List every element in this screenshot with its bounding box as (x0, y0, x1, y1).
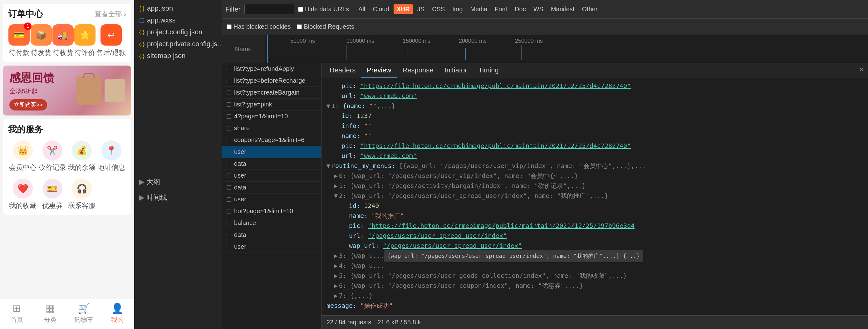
checkbox-data-2[interactable] (226, 185, 231, 190)
routine-2-pic-url[interactable]: "https://file.heton.cc/crmebimage/public… (368, 221, 634, 231)
routine-expand-icon[interactable]: ▼ (327, 161, 332, 171)
tab-initiator[interactable]: Initiator (439, 63, 472, 78)
network-item-4page[interactable]: 4?page=1&limit=10 (222, 111, 321, 122)
routine-2-expand-icon[interactable]: ▼ (334, 191, 339, 201)
network-item-data-2[interactable]: data (222, 182, 321, 193)
network-item-hot[interactable]: hot?page=1&limit=10 (222, 205, 321, 217)
routine-7-expand-icon[interactable]: ▶ (334, 291, 339, 301)
checkbox-user-4[interactable] (226, 245, 231, 249)
item1-pic-url[interactable]: "https://file.heton.cc/crmebimage/public… (360, 141, 631, 151)
routine-6-expand-icon[interactable]: ▶ (334, 280, 339, 291)
routine-5-expand-icon[interactable]: ▶ (334, 271, 339, 280)
service-member-center[interactable]: 👑 会员中心 (8, 141, 38, 172)
tab-font[interactable]: Font (492, 4, 510, 14)
network-item-user-1[interactable]: user (222, 146, 321, 158)
checkbox-user-1[interactable] (226, 150, 231, 154)
network-item-data-3[interactable]: data (222, 229, 321, 241)
file-app-wxss[interactable]: ◫ app.wxss (134, 14, 222, 26)
checkbox-hot[interactable] (226, 209, 231, 213)
network-item-share[interactable]: share (222, 122, 321, 134)
checkbox-data-3[interactable] (226, 233, 231, 237)
tab-img[interactable]: Img (449, 4, 466, 14)
nav-category[interactable]: ▦ 分类 (34, 302, 67, 324)
checkbox-user-2[interactable] (226, 174, 231, 178)
tab-all[interactable]: All (355, 4, 368, 14)
tab-other[interactable]: Other (579, 4, 601, 14)
network-item-createbargain[interactable]: list?type=createBargain (222, 87, 321, 99)
filter-input[interactable] (244, 4, 294, 14)
checkbox-balance[interactable] (226, 221, 231, 226)
routine-2-wap-url[interactable]: "/pages/users/user_spread_user/index" (383, 241, 522, 251)
routine-1-expand-icon[interactable]: ▶ (334, 181, 339, 191)
network-item-balance[interactable]: balance (222, 217, 321, 229)
service-coupons[interactable]: 🎫 优惠券 (38, 179, 67, 210)
timeline-section[interactable]: ▶ 时间线 (134, 190, 222, 205)
network-item-coupons[interactable]: coupons?page=1&limit=6 (222, 134, 321, 146)
tab-timing[interactable]: Timing (473, 63, 504, 78)
tab-manifest[interactable]: Manifest (548, 4, 578, 14)
routine-2-url[interactable]: "/pages/users/user_spread_user/index" (368, 231, 507, 241)
network-item-user-2[interactable]: user (222, 170, 321, 182)
network-item-beforerecharge[interactable]: list?type=beforeRecharge (222, 75, 321, 87)
close-detail-button[interactable]: ✕ (859, 65, 864, 74)
service-balance[interactable]: 💰 我的余额 (67, 141, 97, 172)
checkbox-data-1[interactable] (226, 162, 231, 166)
banner-cta-button[interactable]: 立即购买>> (9, 99, 47, 111)
tab-preview[interactable]: Preview (361, 63, 397, 78)
file-project-private-config[interactable]: {.} project.private.config.js... (134, 38, 222, 50)
service-address[interactable]: 📍 地址信息 (97, 141, 126, 172)
checkbox-user-3[interactable] (226, 197, 231, 202)
network-item-data-1[interactable]: data (222, 158, 321, 170)
tab-js[interactable]: JS (414, 4, 428, 14)
item1-url-value[interactable]: "www.crmeb.com" (360, 151, 417, 161)
network-item-refundapply[interactable]: list?type=refundApply (222, 63, 321, 75)
blocked-requests-checkbox[interactable]: Blocked Requests (297, 23, 354, 30)
tab-xhr[interactable]: XHR (394, 4, 413, 14)
promotion-banner[interactable]: 感恩回馈 全场5折起 立即购买>> (3, 65, 131, 116)
checkbox-refundapply[interactable] (226, 67, 231, 71)
network-item-user-4[interactable]: user (222, 241, 321, 253)
tab-cloud[interactable]: Cloud (370, 4, 392, 14)
pic-url-value[interactable]: "https://file.heton.cc/crmebimage/public… (360, 81, 631, 91)
file-app-json[interactable]: {.} app.json (134, 2, 222, 14)
file-project-config-json[interactable]: {.} project.config.json (134, 26, 222, 38)
checkbox-beforerecharge[interactable] (226, 79, 231, 83)
order-icon-3[interactable]: ⭐ 待评价 (74, 24, 95, 57)
order-icon-4[interactable]: ↩ 售后/退款 (96, 24, 126, 57)
network-item-pink[interactable]: list?type=pink (222, 99, 321, 111)
checkbox-pink[interactable] (226, 102, 231, 107)
checkbox-coupons[interactable] (226, 138, 231, 142)
blocked-requests-check[interactable] (297, 24, 302, 29)
order-icon-1[interactable]: 📦 待发货 (31, 24, 52, 57)
checkbox-4page[interactable] (226, 114, 231, 119)
nav-profile[interactable]: 👤 我的 (101, 302, 134, 324)
tab-response[interactable]: Response (397, 63, 439, 78)
routine-4-expand-icon[interactable]: ▶ (334, 261, 339, 271)
service-favorites[interactable]: ❤️ 我的收藏 (8, 179, 38, 210)
tab-css[interactable]: CSS (429, 4, 448, 14)
has-blocked-cookies-checkbox[interactable]: Has blocked cookies (226, 23, 290, 30)
tab-ws[interactable]: WS (530, 4, 547, 14)
hide-data-urls-checkbox[interactable]: Hide data URLs (298, 6, 349, 13)
file-sitemap-json[interactable]: {.} sitemap.json (134, 50, 222, 62)
service-bargain-records[interactable]: ✂️ 砍价记录 (38, 141, 67, 172)
has-blocked-cookies-check[interactable] (226, 24, 231, 29)
item1-expand-icon[interactable]: ▼ (327, 101, 332, 111)
order-icon-0[interactable]: 💳 1 待付款 (8, 24, 30, 57)
nav-home[interactable]: ⊞ 首页 (0, 302, 34, 324)
nav-cart[interactable]: 🛒 购物车 (67, 302, 101, 324)
routine-0-expand-icon[interactable]: ▶ (334, 171, 339, 181)
url-crmeb-value[interactable]: "www.crmeb.com" (360, 91, 417, 101)
tab-headers[interactable]: Headers (324, 63, 361, 78)
order-icon-2[interactable]: 🚚 待收货 (53, 24, 74, 57)
tab-media[interactable]: Media (467, 4, 490, 14)
network-item-user-3[interactable]: user (222, 193, 321, 205)
tab-doc[interactable]: Doc (512, 4, 529, 14)
routine-3-expand-icon[interactable]: ▶ (334, 251, 339, 261)
service-customer-support[interactable]: 🎧 联系客服 (67, 179, 97, 210)
view-all-link[interactable]: 查看全部 › (95, 9, 126, 19)
checkbox-share[interactable] (226, 126, 231, 130)
checkbox-createbargain[interactable] (226, 91, 231, 95)
hide-data-urls-check[interactable] (298, 7, 303, 12)
outline-section[interactable]: ▶ 大纲 (134, 174, 222, 190)
